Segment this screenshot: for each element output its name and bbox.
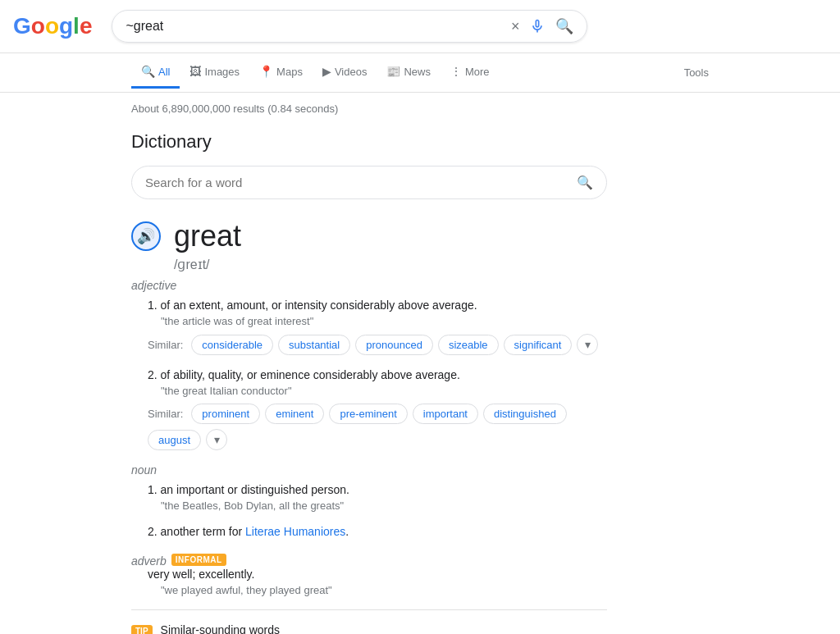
results-info: About 6,890,000,000 results (0.84 second… — [0, 93, 840, 125]
adverb-definitions: very well; excellently. "we played awful… — [148, 568, 607, 596]
noun-definitions: 1. an important or distinguished person.… — [148, 483, 607, 538]
tip-content: Similar-sounding words great is sometime… — [161, 623, 345, 634]
adverb-def-example: "we played awful, they played great" — [161, 584, 607, 596]
noun-def-1: 1. an important or distinguished person.… — [148, 483, 607, 512]
header: Google × 🔍 — [0, 0, 840, 53]
all-icon: 🔍 — [141, 65, 155, 78]
similar-sizeable[interactable]: sizeable — [438, 335, 499, 355]
adjective-definitions: 1. of an extent, amount, or intensity co… — [148, 299, 607, 450]
similar-august[interactable]: august — [148, 430, 201, 450]
noun-def-1-text: 1. an important or distinguished person. — [148, 483, 607, 496]
word-search-button[interactable]: 🔍 — [577, 175, 593, 190]
mic-icon[interactable] — [529, 18, 546, 34]
adj-def-2-similar: Similar: prominent eminent pre-eminent i… — [148, 404, 607, 450]
adj-def-1-similar: Similar: considerable substantial pronou… — [148, 334, 607, 355]
adj-def-1-example: "the article was of great interest" — [161, 315, 607, 327]
word-search-box: 🔍 — [131, 166, 607, 199]
word-text: great — [174, 219, 241, 253]
nav-label-more: More — [465, 66, 490, 78]
nav-label-maps: Maps — [276, 66, 303, 78]
similar-pre-eminent[interactable]: pre-eminent — [329, 404, 407, 424]
pos-adjective: adjective — [131, 279, 607, 292]
dictionary-title: Dictionary — [131, 131, 607, 153]
pos-adverb-row: adverb INFORMAL — [131, 551, 607, 568]
nav-bar: 🔍 All 🖼 Images 📍 Maps ▶ Videos 📰 News ⋮ … — [0, 53, 840, 93]
speaker-button[interactable]: 🔊 — [131, 221, 161, 251]
logo-g: G — [13, 13, 31, 39]
logo-o1: o — [31, 13, 45, 39]
main-content: Dictionary 🔍 🔊 great /ɡreɪt/ adjective 1… — [0, 125, 738, 634]
speaker-icon: 🔊 — [137, 227, 155, 245]
adj-def-2: 2. of ability, quality, or eminence cons… — [148, 368, 607, 450]
pos-noun: noun — [131, 463, 607, 477]
search-input[interactable] — [126, 19, 510, 34]
noun-def-2: 2. another term for Literae Humaniores. — [148, 525, 607, 538]
logo-g2: g — [59, 13, 73, 39]
maps-icon: 📍 — [259, 65, 273, 78]
logo-l: l — [73, 13, 80, 39]
logo-e: e — [80, 13, 93, 39]
adj-def-1: 1. of an extent, amount, or intensity co… — [148, 299, 607, 355]
similar-significant[interactable]: significant — [504, 335, 573, 355]
nav-label-news: News — [404, 66, 431, 78]
tip-badge: TIP — [131, 625, 153, 634]
similar-label-2: Similar: — [148, 408, 183, 420]
similar-considerable[interactable]: considerable — [191, 335, 273, 355]
literae-humaniores-link[interactable]: Literae Humaniores — [245, 525, 345, 538]
similar-distinguished[interactable]: distinguished — [483, 404, 567, 424]
word-search-input[interactable] — [145, 176, 577, 189]
adverb-def-1: very well; excellently. "we played awful… — [148, 568, 607, 596]
pos-adverb: adverb — [131, 554, 167, 568]
clear-icon[interactable]: × — [511, 18, 520, 35]
nav-label-all: All — [158, 66, 170, 78]
nav-item-maps[interactable]: 📍 Maps — [249, 57, 313, 89]
results-count: About 6,890,000,000 results (0.84 second… — [131, 103, 338, 115]
search-icons: × 🔍 — [511, 17, 574, 35]
nav-item-all[interactable]: 🔍 All — [131, 57, 180, 89]
adverb-def-text: very well; excellently. — [148, 568, 607, 581]
tip-section: TIP Similar-sounding words great is some… — [131, 609, 607, 634]
images-icon: 🖼 — [189, 65, 201, 78]
search-bar: × 🔍 — [112, 10, 587, 43]
logo-o2: o — [45, 13, 59, 39]
noun-def-2-text: 2. another term for Literae Humaniores. — [148, 525, 607, 538]
similar-substantial[interactable]: substantial — [278, 335, 350, 355]
similar-important[interactable]: important — [413, 404, 478, 424]
search-button-icon[interactable]: 🔍 — [555, 17, 573, 35]
more-icon: ⋮ — [450, 65, 462, 78]
nav-label-images: Images — [204, 66, 240, 78]
adj-def-2-text: 2. of ability, quality, or eminence cons… — [148, 368, 607, 381]
similar-pronounced[interactable]: pronounced — [355, 335, 433, 355]
similar-eminent[interactable]: eminent — [265, 404, 324, 424]
expand-similar-2[interactable]: ▾ — [206, 429, 227, 450]
google-logo: Google — [13, 13, 92, 39]
similar-prominent[interactable]: prominent — [191, 404, 260, 424]
word-header: 🔊 great — [131, 219, 607, 253]
adj-def-1-text: 1. of an extent, amount, or intensity co… — [148, 299, 607, 312]
nav-label-videos: Videos — [335, 66, 368, 78]
informal-badge: INFORMAL — [171, 554, 226, 566]
expand-similar-1[interactable]: ▾ — [577, 334, 598, 355]
pronunciation: /ɡreɪt/ — [174, 257, 607, 272]
nav-item-more[interactable]: ⋮ More — [441, 57, 500, 89]
similar-label-1: Similar: — [148, 339, 183, 351]
tip-title: Similar-sounding words — [161, 623, 345, 634]
videos-icon: ▶ — [322, 65, 331, 78]
nav-item-news[interactable]: 📰 News — [377, 57, 441, 89]
news-icon: 📰 — [386, 65, 400, 78]
adj-def-2-example: "the great Italian conductor" — [161, 385, 607, 397]
nav-item-videos[interactable]: ▶ Videos — [313, 57, 377, 89]
noun-def-1-example: "the Beatles, Bob Dylan, all the greats" — [161, 499, 607, 512]
tools-button[interactable]: Tools — [684, 66, 709, 79]
nav-item-images[interactable]: 🖼 Images — [180, 57, 249, 89]
